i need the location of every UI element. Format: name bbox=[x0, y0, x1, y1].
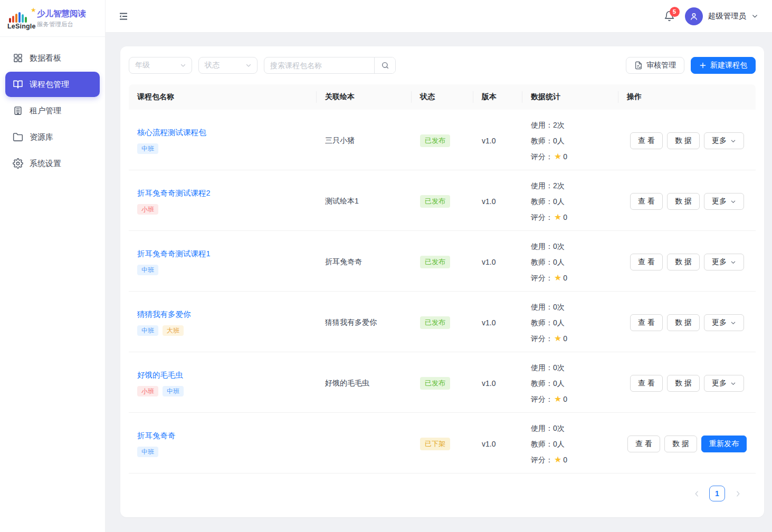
more-dropdown[interactable]: 更多 bbox=[704, 314, 744, 331]
version-label: v1.0 bbox=[482, 318, 495, 327]
teachers-stat: 教师：0人 bbox=[531, 315, 565, 331]
audit-icon bbox=[634, 61, 643, 70]
stats-cell: 使用：2次 教师：0人 评分：★0 bbox=[522, 170, 618, 233]
table-header: 课程包名称关联绘本状态版本数据统计操作 bbox=[129, 84, 756, 110]
view-button[interactable]: 查 看 bbox=[630, 193, 663, 210]
sidebar-item-label: 资源库 bbox=[30, 132, 53, 142]
more-dropdown[interactable]: 更多 bbox=[704, 254, 744, 270]
view-button[interactable]: 查 看 bbox=[630, 254, 663, 270]
version-cell: v1.0 bbox=[473, 352, 522, 414]
course-package-table: 课程包名称关联绘本状态版本数据统计操作 核心流程测试课程包 中班 三只小猪 已发… bbox=[129, 84, 756, 473]
package-name-link[interactable]: 核心流程测试课程包 bbox=[137, 128, 206, 138]
create-button-label: 新建课程包 bbox=[710, 61, 747, 70]
notification-bell[interactable]: 5 bbox=[664, 11, 675, 22]
more-dropdown[interactable]: 更多 bbox=[704, 193, 744, 210]
data-button[interactable]: 数 据 bbox=[667, 314, 700, 331]
column-header: 版本 bbox=[473, 84, 522, 110]
package-name-link[interactable]: 猜猜我有多爱你 bbox=[137, 309, 191, 320]
grade-tag: 中班 bbox=[137, 143, 158, 154]
view-button[interactable]: 查 看 bbox=[630, 314, 663, 331]
grade-tags: 中班 bbox=[137, 143, 158, 154]
chevron-down-icon bbox=[730, 199, 736, 205]
data-button[interactable]: 数 据 bbox=[664, 436, 697, 452]
star-icon: ★ bbox=[554, 394, 561, 403]
user-menu[interactable]: 超级管理员 bbox=[685, 7, 759, 25]
book-cell bbox=[317, 413, 412, 475]
package-name-link[interactable]: 折耳兔奇奇 bbox=[137, 431, 176, 441]
package-name-link[interactable]: 折耳兔奇奇测试课程1 bbox=[137, 249, 211, 259]
package-name-link[interactable]: 好饿的毛毛虫 bbox=[137, 370, 183, 380]
sidebar-item-dashboard[interactable]: 数据看板 bbox=[5, 45, 100, 71]
sidebar-item-resources[interactable]: 资源库 bbox=[5, 124, 100, 150]
usage-stat: 使用：0次 bbox=[531, 360, 565, 375]
audit-management-button[interactable]: 审核管理 bbox=[626, 57, 684, 74]
more-dropdown[interactable]: 更多 bbox=[704, 132, 744, 149]
page-number[interactable]: 1 bbox=[709, 486, 725, 501]
sidebar-item-tenants[interactable]: 租户管理 bbox=[5, 98, 100, 123]
usage-stat: 使用：2次 bbox=[531, 178, 565, 194]
create-package-button[interactable]: 新建课程包 bbox=[691, 57, 756, 74]
data-button[interactable]: 数 据 bbox=[667, 375, 700, 392]
actions-cell: 查 看数 据更多 bbox=[618, 292, 756, 354]
status-badge: 已发布 bbox=[420, 377, 450, 390]
star-icon: ★ bbox=[554, 212, 561, 221]
data-button[interactable]: 数 据 bbox=[667, 193, 700, 210]
rating-stat: 评分：★0 bbox=[531, 331, 567, 346]
view-button[interactable]: 查 看 bbox=[630, 375, 663, 392]
prev-page-icon[interactable] bbox=[692, 489, 701, 498]
grade-select-placeholder: 年级 bbox=[135, 61, 150, 70]
version-cell: v1.0 bbox=[473, 170, 522, 233]
version-label: v1.0 bbox=[482, 137, 495, 145]
version-cell: v1.0 bbox=[473, 413, 522, 475]
table-body: 核心流程测试课程包 中班 三只小猪 已发布 v1.0 使用：2次 教师：0人 评… bbox=[129, 110, 756, 473]
menu-fold-icon[interactable] bbox=[118, 11, 129, 22]
book-name: 测试绘本1 bbox=[325, 197, 359, 206]
table-row: 核心流程测试课程包 中班 三只小猪 已发布 v1.0 使用：2次 教师：0人 评… bbox=[129, 110, 756, 170]
rating-stat: 评分：★0 bbox=[531, 391, 567, 407]
app-title: 少儿智慧阅读 bbox=[37, 8, 86, 20]
package-name-link[interactable]: 折耳兔奇奇测试课程2 bbox=[137, 188, 211, 198]
column-header: 关联绘本 bbox=[317, 84, 412, 110]
grade-tags: 小班中班 bbox=[137, 386, 184, 396]
book-cell: 好饿的毛毛虫 bbox=[317, 352, 412, 414]
data-button[interactable]: 数 据 bbox=[667, 132, 700, 149]
star-icon: ★ bbox=[554, 334, 561, 343]
next-page-icon[interactable] bbox=[733, 489, 742, 498]
package-name-cell: 折耳兔奇奇 中班 bbox=[129, 413, 317, 475]
audit-button-label: 审核管理 bbox=[646, 61, 676, 70]
grade-select[interactable]: 年级 bbox=[129, 57, 192, 74]
teachers-stat: 教师：0人 bbox=[531, 254, 565, 270]
book-name: 折耳兔奇奇 bbox=[325, 257, 362, 267]
stats-cell: 使用：0次 教师：0人 评分：★0 bbox=[522, 231, 618, 293]
grade-tag: 大班 bbox=[163, 325, 184, 336]
status-select[interactable]: 状态 bbox=[198, 57, 258, 74]
status-cell: 已发布 bbox=[412, 352, 473, 414]
book-icon bbox=[13, 79, 23, 90]
book-name: 三只小猪 bbox=[325, 136, 355, 146]
view-button[interactable]: 查 看 bbox=[630, 132, 663, 149]
actions-cell: 查 看数 据更多 bbox=[618, 170, 756, 233]
usage-stat: 使用：2次 bbox=[531, 117, 565, 133]
package-name-cell: 核心流程测试课程包 中班 bbox=[129, 110, 317, 172]
stats-cell: 使用：0次 教师：0人 评分：★0 bbox=[522, 352, 618, 414]
sidebar-item-settings[interactable]: 系统设置 bbox=[5, 151, 100, 176]
search-input[interactable] bbox=[264, 57, 374, 73]
republish-button[interactable]: 重新发布 bbox=[701, 436, 747, 452]
course-package-card: 年级 状态 bbox=[120, 46, 764, 517]
table-row: 折耳兔奇奇测试课程2 小班 测试绘本1 已发布 v1.0 使用：2次 教师：0人… bbox=[129, 170, 756, 231]
search-button[interactable] bbox=[374, 57, 395, 73]
sidebar-item-course-packages[interactable]: 课程包管理 bbox=[5, 72, 100, 97]
version-cell: v1.0 bbox=[473, 110, 522, 172]
brand-logo: ★ LeSingle 少儿智慧阅读 服务管理后台 bbox=[0, 0, 105, 37]
data-button[interactable]: 数 据 bbox=[667, 254, 700, 270]
actions-cell: 查 看数 据重新发布 bbox=[618, 413, 756, 475]
more-dropdown[interactable]: 更多 bbox=[704, 375, 744, 392]
status-badge: 已发布 bbox=[420, 316, 450, 329]
view-button[interactable]: 查 看 bbox=[627, 436, 660, 452]
chevron-down-icon bbox=[730, 259, 736, 265]
grade-tags: 中班 bbox=[137, 447, 158, 457]
rating-stat: 评分：★0 bbox=[531, 452, 567, 468]
status-badge: 已发布 bbox=[420, 195, 450, 208]
grade-tag: 中班 bbox=[163, 386, 184, 396]
book-name: 好饿的毛毛虫 bbox=[325, 379, 369, 388]
